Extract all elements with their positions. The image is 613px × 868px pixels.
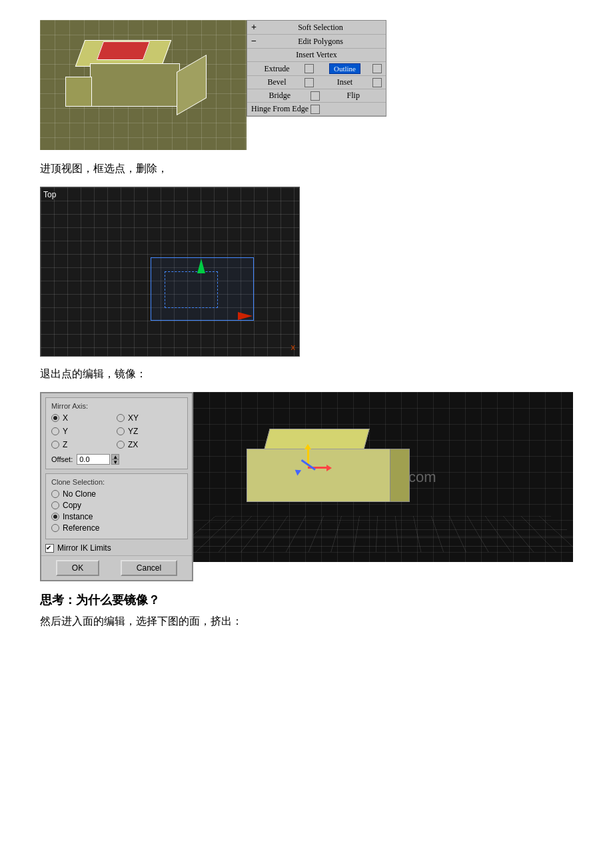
reference-row: Reference (51, 523, 182, 533)
radio-reference[interactable] (51, 524, 59, 532)
axis-x-label: X (63, 413, 68, 423)
z-axis-tip (293, 467, 301, 476)
copy-label: Copy (63, 501, 81, 510)
radio-z[interactable] (51, 441, 59, 449)
bridge-label: Bridge (251, 91, 308, 101)
3d-object-b (233, 429, 426, 529)
y-axis-tip (305, 444, 311, 449)
mirror-axis-section: Mirror Axis: X XY Y (45, 397, 188, 469)
instance-row: Instance (51, 512, 182, 521)
extrude-square[interactable] (305, 64, 314, 73)
x-axis-tip (326, 465, 332, 471)
axis-yz-label: YZ (128, 427, 138, 436)
inset-square[interactable] (372, 78, 382, 87)
radio-yz[interactable] (117, 427, 125, 435)
edit-polygons-row: − Edit Polygons (247, 35, 386, 49)
inset-label: Inset (319, 77, 370, 87)
viewport-3d (40, 20, 247, 150)
minus-icon: − (251, 36, 257, 47)
bevel-inset-row: Bevel Inset (247, 76, 386, 89)
instance-label: Instance (63, 512, 93, 521)
move-arrow-up (197, 259, 205, 273)
reference-label: Reference (63, 523, 99, 533)
radio-copy[interactable] (51, 501, 59, 509)
radio-x[interactable] (51, 414, 59, 422)
outline-label: Outline (329, 63, 360, 74)
axis-xy-label: XY (128, 413, 139, 423)
section3: Mirror Axis: X XY Y (40, 392, 573, 581)
mirror-dialog: Mirror Axis: X XY Y (40, 392, 193, 581)
copy-row: Copy (51, 501, 182, 510)
offset-input[interactable] (77, 454, 110, 465)
box-red-face (97, 41, 150, 60)
top-viewport-label: Top (43, 190, 56, 199)
x-axis-label: x (291, 342, 296, 352)
move-arrow-right (238, 312, 253, 320)
viewport-top: Top x (40, 187, 300, 357)
section2: Top x (40, 187, 573, 357)
radio-zx[interactable] (117, 441, 125, 449)
edit-polygons-label: Edit Polygons (259, 37, 382, 47)
axis-x-row: X (51, 413, 117, 423)
extrude-outline-row: Extrude Outline (247, 62, 386, 76)
spinner-up[interactable]: ▲ (111, 454, 119, 459)
bevel-square[interactable] (305, 78, 314, 87)
box-front-face (90, 63, 180, 107)
axis-y-label: Y (63, 427, 68, 436)
axis-zx-label: ZX (128, 440, 138, 449)
bridge-flip-row: Bridge Flip (247, 89, 386, 103)
edit-polygon-panel: + Soft Selection − Edit Polygons Insert … (247, 20, 386, 117)
hinge-label: Hinge From Edge (251, 104, 308, 114)
spinner-down[interactable]: ▼ (111, 459, 119, 465)
viewport-3d-b: www.bdocx.com (193, 392, 573, 562)
offset-row: Offset: ▲ ▼ (51, 454, 182, 465)
extrude-label: Extrude (251, 64, 303, 74)
plus-icon: + (251, 22, 257, 33)
radio-no-clone[interactable] (51, 490, 59, 498)
section4: 思考：为什么要镜像？ 然后进入面的编辑，选择下图的面，挤出： (40, 592, 573, 629)
mirror-axis-title: Mirror Axis: (51, 402, 182, 410)
axis-xy-row: XY (117, 413, 182, 423)
insert-vertex-label: Insert Vertex (296, 50, 336, 60)
soft-selection-row: + Soft Selection (247, 21, 386, 35)
axis-y-row: Y (51, 427, 117, 436)
no-clone-row: No Clone (51, 489, 182, 499)
selection-inner (165, 271, 218, 308)
radio-y[interactable] (51, 427, 59, 435)
insert-vertex-row: Insert Vertex (247, 49, 386, 62)
axis-yz-row: YZ (117, 427, 182, 436)
mirror-ik-row: Mirror IK Limits (45, 543, 188, 553)
axis-z-row: Z (51, 440, 117, 449)
caption2: 退出点的编辑，镜像： (40, 367, 573, 381)
radio-instance[interactable] (51, 513, 59, 521)
soft-selection-label: Soft Selection (259, 23, 382, 33)
page: + Soft Selection − Edit Polygons Insert … (0, 0, 613, 657)
no-clone-label: No Clone (63, 489, 96, 499)
bevel-label: Bevel (251, 77, 303, 87)
3d-box (60, 40, 213, 127)
mirror-ik-label: Mirror IK Limits (57, 543, 111, 553)
clone-selection-section: Clone Selection: No Clone Copy Instance … (45, 473, 188, 539)
bridge-square[interactable] (310, 91, 320, 101)
outline-square[interactable] (372, 64, 382, 73)
then-text: 然后进入面的编辑，选择下图的面，挤出： (40, 615, 573, 629)
ok-button[interactable]: OK (56, 560, 99, 576)
caption1: 进顶视图，框选点，删除， (40, 162, 573, 176)
radio-xy[interactable] (117, 414, 125, 422)
hinge-row: Hinge From Edge (247, 103, 386, 116)
axis-radio-group: X XY Y YZ Z (51, 413, 182, 451)
axis-z-label: Z (63, 440, 67, 449)
think-text: 思考：为什么要镜像？ (40, 592, 573, 608)
cancel-button[interactable]: Cancel (121, 560, 177, 576)
box-step-face (65, 77, 92, 107)
axes-widget (292, 451, 325, 484)
clone-selection-title: Clone Selection: (51, 478, 182, 486)
offset-label: Offset: (51, 455, 73, 463)
dialog-btn-row: OK Cancel (41, 555, 192, 580)
offset-spinner[interactable]: ▲ ▼ (111, 454, 119, 465)
hinge-square[interactable] (310, 105, 320, 114)
outline-btn[interactable]: Outline (319, 63, 370, 74)
flip-label: Flip (325, 91, 382, 101)
mirror-ik-checkbox[interactable] (45, 544, 54, 553)
section1: + Soft Selection − Edit Polygons Insert … (40, 20, 573, 150)
